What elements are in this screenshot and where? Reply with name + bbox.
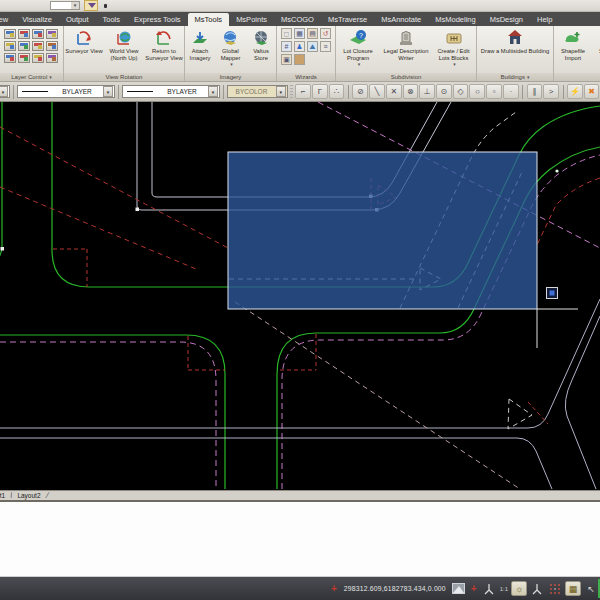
tab-tools[interactable]: Tools: [96, 13, 128, 26]
create-edit-lots-button[interactable]: Create / Edit Lots Blocks: [432, 26, 475, 73]
osnap-off-icon[interactable]: ✖: [584, 84, 600, 99]
annotation-scale[interactable]: 1:1: [500, 586, 508, 592]
layer-state-icon[interactable]: [46, 53, 58, 63]
snap-settings-icon[interactable]: >: [543, 84, 559, 99]
annotation-visibility-icon[interactable]: ☼: [511, 581, 527, 596]
tab-visualize[interactable]: Visualize: [15, 13, 59, 26]
nearest-snap-icon[interactable]: ·: [503, 84, 519, 99]
wizard-icon[interactable]: #: [281, 41, 292, 52]
node-snap-icon[interactable]: ▫: [486, 84, 502, 99]
axes-tripod-icon[interactable]: [481, 581, 497, 596]
shapefile-export-button[interactable]: Shapefile Export: [592, 26, 600, 73]
chevron-down-icon[interactable]: ▾: [0, 86, 8, 97]
tab-help[interactable]: Help: [530, 13, 559, 26]
plotstyle-combo[interactable]: BYCOLOR ▾: [227, 85, 288, 98]
attach-imagery-button[interactable]: Attach Imagery: [185, 26, 215, 73]
wizard-icon[interactable]: ▣: [281, 54, 292, 65]
shapefile-import-button[interactable]: Shapefile Import: [554, 26, 592, 73]
group-imagery: Attach Imagery Global Mapper Valtus Stor…: [185, 26, 277, 82]
autoscale-tripod-icon[interactable]: [529, 581, 545, 596]
toolbar-overflow-icon[interactable]: [104, 4, 107, 8]
lineweight-combo[interactable]: BYLAYER ▾: [122, 85, 220, 98]
layer-state-icon[interactable]: [46, 29, 58, 39]
wizard-icon[interactable]: ⛰: [307, 41, 318, 52]
legal-description-writer-button[interactable]: Legal Description Writer: [380, 26, 432, 73]
wizard-icon[interactable]: ▦: [294, 28, 305, 39]
toolbar-grip[interactable]: [290, 85, 293, 99]
grid-display-icon[interactable]: ▦: [565, 581, 581, 596]
world-view-button[interactable]: World View (North Up): [104, 26, 144, 73]
dynamic-input-icon[interactable]: ↖: [583, 581, 599, 596]
tab-mstools[interactable]: MsTools: [188, 13, 230, 26]
layer-state-icon[interactable]: [32, 41, 44, 51]
tangent-snap-icon[interactable]: ○: [469, 84, 485, 99]
wizard-icon[interactable]: ▤: [307, 28, 318, 39]
workspace-dropdown[interactable]: ▾: [50, 1, 80, 10]
tab-layout2[interactable]: Layout2: [12, 492, 45, 499]
layer-state-icon[interactable]: [18, 53, 30, 63]
draw-multisided-building-button[interactable]: Draw a Multisided Building: [478, 26, 552, 73]
tab-msmodeling[interactable]: MsModeling: [428, 13, 482, 26]
snap-override-icon[interactable]: ⚡: [567, 84, 583, 99]
wizard-icon[interactable]: ◻: [281, 28, 292, 39]
midpoint-snap-icon[interactable]: ╲: [369, 84, 385, 99]
tab-mstraverse[interactable]: MsTraverse: [321, 13, 374, 26]
group-label-wizards: Wizards: [277, 73, 335, 82]
selection-window[interactable]: [228, 152, 537, 309]
tab-msdesign[interactable]: MsDesign: [483, 13, 530, 26]
global-mapper-button[interactable]: Global Mapper: [215, 26, 246, 73]
snap-from-icon[interactable]: Γ: [312, 84, 328, 99]
wizard-icon[interactable]: ≡: [320, 41, 331, 52]
tracking-icon[interactable]: +: [471, 583, 477, 594]
center-snap-icon[interactable]: ⊙: [436, 84, 452, 99]
coordinate-readout[interactable]: 298312.609,6182783.434,0.000: [344, 585, 446, 592]
apparent-intersection-snap-icon[interactable]: ⊗: [403, 84, 419, 99]
group-label-layer-control[interactable]: Layer Control: [0, 73, 63, 82]
parallel-snap-icon[interactable]: ∥: [527, 84, 543, 99]
model-paper-toggle-icon[interactable]: [451, 581, 467, 596]
command-line-area[interactable]: [0, 502, 600, 577]
tab-view[interactable]: View: [0, 13, 15, 26]
filter-icon[interactable]: [84, 0, 98, 11]
endpoint-snap-icon[interactable]: ⊘: [352, 84, 368, 99]
return-surveyor-view-button[interactable]: Return to Surveyor View: [144, 26, 184, 73]
surveyor-view-button[interactable]: Surveyor View: [64, 26, 104, 73]
layer-state-icon[interactable]: [4, 41, 16, 51]
group-label-buildings: Buildings: [477, 73, 553, 82]
color-combo[interactable]: ▾: [0, 85, 10, 98]
chevron-down-icon[interactable]: ▾: [208, 86, 218, 97]
layer-state-icon[interactable]: [32, 29, 44, 39]
layer-state-icon[interactable]: [4, 29, 16, 39]
point-filters-icon[interactable]: ∴: [329, 84, 345, 99]
grip-point[interactable]: [1, 247, 5, 251]
grip-point[interactable]: [136, 208, 140, 212]
wizard-icon[interactable]: ♟: [294, 41, 305, 52]
linetype-combo[interactable]: BYLAYER ▾: [17, 85, 115, 98]
tab-output[interactable]: Output: [59, 13, 96, 26]
valtus-store-button[interactable]: Valtus Store: [246, 26, 276, 73]
layer-state-icon[interactable]: [4, 53, 16, 63]
tab-express-tools[interactable]: Express Tools: [127, 13, 188, 26]
grip-point[interactable]: [555, 169, 558, 172]
tab-msannotate[interactable]: MsAnnotate: [374, 13, 428, 26]
chevron-down-icon[interactable]: ▾: [103, 86, 113, 97]
chevron-down-icon[interactable]: ▾: [71, 2, 79, 9]
layer-state-icon[interactable]: [18, 41, 30, 51]
tab-mspoints[interactable]: MsPoints: [229, 13, 274, 26]
snap-grid-icon[interactable]: [547, 581, 563, 596]
chevron-down-icon[interactable]: ▾: [276, 86, 286, 97]
temporary-track-point-icon[interactable]: ⌐: [295, 84, 311, 99]
layer-state-icon[interactable]: [46, 41, 58, 51]
layer-state-icon[interactable]: [32, 53, 44, 63]
perpendicular-snap-icon[interactable]: ⊥: [419, 84, 435, 99]
surveyor-view-icon: [74, 28, 94, 48]
quadrant-snap-icon[interactable]: ◇: [453, 84, 469, 99]
drawing-canvas[interactable]: [0, 102, 600, 490]
linetype-sample: [22, 91, 48, 92]
tab-mscogo[interactable]: MsCOGO: [274, 13, 321, 26]
wizard-icon[interactable]: ↺: [320, 28, 331, 39]
wizard-icon[interactable]: [294, 54, 305, 65]
layer-state-icon[interactable]: [18, 29, 30, 39]
intersection-snap-icon[interactable]: ✕: [386, 84, 402, 99]
lot-closure-button[interactable]: ? Lot Closure Program: [336, 26, 380, 73]
